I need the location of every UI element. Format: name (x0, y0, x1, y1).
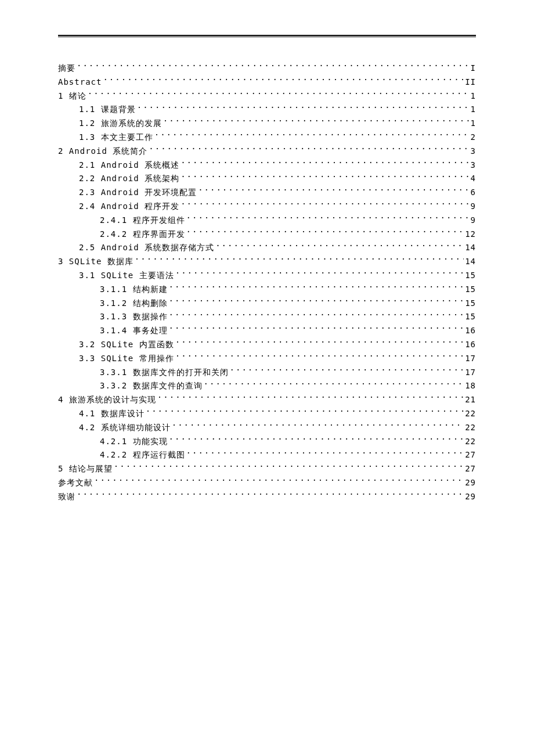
toc-entry-page: 14 (465, 241, 476, 255)
toc-leader-dots (198, 187, 469, 195)
toc-entry-title: 3.2 SQLite 内置函数 (79, 338, 174, 352)
toc-leader-dots (157, 394, 464, 402)
toc-leader-dots (186, 215, 470, 223)
toc-entry-title: 致谢 (58, 490, 75, 504)
toc-entry-title: 1.3 本文主要工作 (79, 131, 153, 145)
toc-leader-dots (181, 173, 469, 181)
toc-entry-title: 参考文献 (58, 476, 93, 490)
toc-entry: 5 结论与展望27 (58, 462, 476, 476)
toc-leader-dots (204, 380, 464, 388)
toc-entry: 3 SQLite 数据库14 (58, 255, 476, 269)
toc-entry: 4.1 数据库设计22 (58, 407, 476, 421)
toc-entry: 2.4.1 程序开发组件9 (58, 214, 476, 228)
toc-entry-page: 9 (471, 214, 476, 228)
toc-entry-title: 4.2.1 功能实现 (100, 435, 168, 449)
toc-entry-page: 9 (471, 200, 476, 214)
toc-entry: 3.1 SQLite 主要语法15 (58, 269, 476, 283)
toc-entry-page: 15 (465, 269, 476, 283)
toc-entry-page: 21 (465, 393, 476, 407)
toc-entry-title: Abstract (58, 75, 102, 89)
toc-leader-dots (175, 270, 464, 278)
toc-entry-title: 4.2 系统详细功能设计 (79, 421, 171, 435)
toc-leader-dots (215, 242, 464, 250)
toc-entry: 3.1.3 数据操作15 (58, 310, 476, 324)
toc-entry-page: 15 (465, 310, 476, 324)
toc-entry-title: 4 旅游系统的设计与实现 (58, 393, 156, 407)
toc-entry-page: 29 (465, 476, 476, 490)
toc-entry: 2.1 Android 系统概述3 (58, 159, 476, 172)
toc-leader-dots (175, 353, 464, 361)
toc-entry-page: 6 (471, 186, 476, 200)
toc-entry-title: 2.4 Android 程序开发 (79, 200, 179, 214)
toc-entry-page: I (471, 62, 476, 75)
document-page: 摘要IAbstractII1 绪论11.1 课题背景11.2 旅游系统的发展11… (0, 0, 534, 756)
toc-leader-dots (163, 118, 470, 126)
toc-entry-title: 2.5 Android 系统数据存储方式 (79, 241, 214, 255)
toc-entry-title: 2.4.2 程序界面开发 (100, 228, 185, 242)
toc-entry-page: 22 (465, 421, 476, 435)
toc-leader-dots (154, 132, 470, 140)
toc-leader-dots (186, 229, 464, 237)
toc-leader-dots (169, 436, 464, 444)
toc-entry-page: 27 (465, 462, 476, 476)
toc-entry-page: 2 (471, 131, 476, 145)
toc-entry: 2.4.2 程序界面开发12 (58, 228, 476, 242)
toc-entry: AbstractII (58, 75, 476, 89)
toc-entry: 3.3.2 数据库文件的查询18 (58, 379, 476, 393)
toc-entry: 4.2.2 程序运行截图27 (58, 448, 476, 462)
toc-leader-dots (186, 449, 464, 458)
toc-entry: 1 绪论1 (58, 89, 476, 103)
toc-entry: 2.2 Android 系统架构4 (58, 172, 476, 186)
toc-entry-title: 3.3 SQLite 常用操作 (79, 352, 174, 366)
toc-entry: 2.4 Android 程序开发9 (58, 200, 476, 214)
toc-leader-dots (135, 256, 464, 264)
toc-leader-dots (77, 491, 464, 499)
toc-entry: 1.2 旅游系统的发展1 (58, 117, 476, 131)
toc-entry-page: 17 (465, 352, 476, 366)
toc-entry-title: 3 SQLite 数据库 (58, 255, 134, 269)
toc-entry: 3.1.2 结构删除15 (58, 297, 476, 311)
toc-leader-dots (175, 339, 464, 347)
toc-entry: 1.3 本文主要工作2 (58, 131, 476, 145)
toc-entry-page: 3 (471, 145, 476, 159)
toc-entry-title: 3.3.2 数据库文件的查询 (100, 379, 203, 393)
toc-entry-title: 3.1.3 数据操作 (100, 310, 168, 324)
toc-entry: 摘要I (58, 62, 476, 75)
toc-entry-title: 2.3 Android 开发环境配置 (79, 186, 197, 200)
toc-entry: 3.1.1 结构新建15 (58, 283, 476, 297)
toc-entry-page: 1 (471, 89, 476, 103)
toc-leader-dots (94, 477, 464, 485)
toc-leader-dots (146, 408, 464, 416)
toc-entry-page: 1 (471, 103, 476, 117)
toc-entry-page: 3 (471, 159, 476, 172)
toc-entry: 1.1 课题背景1 (58, 103, 476, 117)
toc-entry-title: 4.1 数据库设计 (79, 407, 145, 421)
table-of-contents: 摘要IAbstractII1 绪论11.1 课题背景11.2 旅游系统的发展11… (58, 62, 476, 504)
toc-entry: 3.1.4 事务处理16 (58, 324, 476, 338)
toc-entry-title: 1 绪论 (58, 89, 86, 103)
toc-entry: 2.3 Android 开发环境配置6 (58, 186, 476, 200)
toc-entry-page: 17 (465, 366, 476, 380)
toc-entry-page: 1 (471, 117, 476, 131)
toc-entry: 2.5 Android 系统数据存储方式14 (58, 241, 476, 255)
toc-leader-dots (88, 91, 470, 99)
toc-entry: 4.2.1 功能实现22 (58, 435, 476, 449)
toc-entry: 4 旅游系统的设计与实现21 (58, 393, 476, 407)
toc-entry-title: 3.1.2 结构删除 (100, 297, 168, 311)
toc-leader-dots (181, 201, 469, 209)
toc-entry-title: 3.1 SQLite 主要语法 (79, 269, 174, 283)
toc-entry: 参考文献29 (58, 476, 476, 490)
toc-leader-dots (77, 63, 470, 71)
toc-leader-dots (149, 146, 469, 154)
toc-leader-dots (169, 298, 464, 306)
toc-entry-title: 2.1 Android 系统概述 (79, 159, 179, 172)
toc-entry-title: 1.1 课题背景 (79, 103, 136, 117)
toc-entry-title: 2.2 Android 系统架构 (79, 172, 179, 186)
toc-leader-dots (172, 422, 464, 430)
toc-entry-title: 摘要 (58, 62, 75, 75)
toc-leader-dots (114, 463, 464, 471)
toc-entry-page: 15 (465, 297, 476, 311)
toc-entry-title: 2.4.1 程序开发组件 (100, 214, 185, 228)
toc-entry-page: 22 (465, 407, 476, 421)
toc-entry-page: 16 (465, 324, 476, 338)
